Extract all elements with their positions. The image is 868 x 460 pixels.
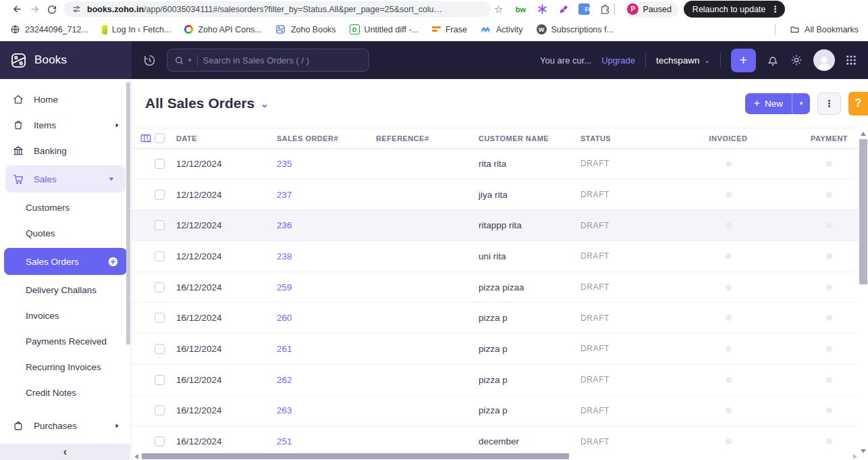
customize-columns-icon[interactable] xyxy=(137,132,155,145)
notifications-bell-icon[interactable] xyxy=(766,53,780,67)
item-puzzle-extensions[interactable] xyxy=(598,3,612,16)
item-fi-extension[interactable]: FI xyxy=(578,3,590,15)
sales-order-link[interactable]: 251 xyxy=(277,436,292,446)
row-checkbox[interactable] xyxy=(155,251,165,261)
address-bar[interactable]: books.zoho.in/app/60035034111#/salesorde… xyxy=(63,1,490,17)
sales-order-link[interactable]: 236 xyxy=(277,220,292,230)
horizontal-scroll-thumb[interactable] xyxy=(142,453,569,459)
row-checkbox[interactable] xyxy=(155,405,165,415)
sidebar-item-purchases[interactable]: Purchases xyxy=(0,413,131,438)
sales-order-link[interactable]: 263 xyxy=(277,405,292,415)
browser-menu-icon[interactable]: ⋮ xyxy=(771,4,780,14)
scroll-left-icon[interactable] xyxy=(134,454,138,459)
sidebar-item-sales[interactable]: Sales xyxy=(5,165,126,193)
table-row-6[interactable]: 16/12/2024 261 pizza p DRAFT xyxy=(132,334,859,365)
item-23244096-712[interactable]: 23244096_712... xyxy=(9,24,88,35)
horizontal-scrollbar[interactable] xyxy=(132,453,859,460)
item-untitled-diff[interactable]: DUntitled diff -... xyxy=(350,24,418,34)
sidebar-item-delivery-challans[interactable]: Delivery Challans xyxy=(0,277,131,303)
recent-history-icon[interactable] xyxy=(142,53,157,68)
scroll-down-icon[interactable] xyxy=(861,449,866,453)
sidebar-item-payments-received[interactable]: Payments Received xyxy=(0,328,131,354)
sales-order-link[interactable]: 235 xyxy=(277,159,292,169)
quick-create-button[interactable]: + xyxy=(731,49,756,72)
sidebar-scrollbar[interactable] xyxy=(126,82,130,344)
bookmark-star-icon[interactable]: ☆ xyxy=(494,3,503,16)
table-row-9[interactable]: 16/12/2024 251 december DRAFT xyxy=(132,426,859,453)
sales-order-link[interactable]: 262 xyxy=(277,375,292,385)
table-row-7[interactable]: 16/12/2024 262 pizza p DRAFT xyxy=(132,365,859,396)
more-options-button[interactable]: ⋮ xyxy=(817,93,841,115)
row-checkbox[interactable] xyxy=(155,220,165,230)
sales-order-link[interactable]: 237 xyxy=(277,190,292,200)
new-button-dropdown[interactable]: ▾ xyxy=(792,93,810,114)
column-header-payment[interactable]: PAYMENT xyxy=(746,134,859,143)
paused-extension-pill[interactable]: P Paused xyxy=(624,1,678,18)
sales-order-link[interactable]: 260 xyxy=(277,313,292,323)
row-checkbox[interactable] xyxy=(155,190,165,200)
sidebar-collapse-button[interactable]: ‹ xyxy=(0,444,130,460)
sales-order-link[interactable]: 238 xyxy=(277,251,292,261)
relaunch-to-update-button[interactable]: Relaunch to update ⋮ xyxy=(684,1,785,18)
item-frase[interactable]: Frase xyxy=(432,25,467,34)
apps-grid-icon[interactable] xyxy=(845,54,857,66)
column-header-date[interactable]: DATE xyxy=(176,134,277,143)
sidebar-item-banking[interactable]: Banking xyxy=(0,138,131,163)
column-header-status[interactable]: STATUS xyxy=(580,134,711,143)
column-header-invoiced[interactable]: INVOICED xyxy=(711,134,746,143)
sidebar-item-recurring-invoices[interactable]: Recurring Invoices xyxy=(0,354,131,380)
user-avatar[interactable] xyxy=(813,49,835,71)
scroll-up-icon[interactable] xyxy=(861,132,866,136)
settings-gear-icon[interactable] xyxy=(790,53,803,67)
column-header-reference[interactable]: REFERENCE# xyxy=(376,134,479,143)
zoho-books-logo[interactable]: Books xyxy=(0,41,132,79)
forward-icon[interactable] xyxy=(26,1,43,18)
item-subscriptions-f[interactable]: WSubscriptions f... xyxy=(537,24,614,34)
sidebar-item-home[interactable]: Home xyxy=(0,86,131,112)
org-switcher[interactable]: techspawn ⌄ xyxy=(656,55,710,66)
global-search[interactable]: ▾ xyxy=(167,49,369,72)
table-row-2[interactable]: 12/12/2024 236 ritappp rita DRAFT xyxy=(132,210,859,241)
back-icon[interactable] xyxy=(8,1,26,18)
item-bw-extension[interactable]: bw xyxy=(514,3,527,16)
sidebar-item-invoices[interactable]: Invoices xyxy=(0,303,131,328)
search-input[interactable] xyxy=(203,55,362,66)
column-header-sales-order[interactable]: SALES ORDER# xyxy=(277,134,376,143)
row-checkbox[interactable] xyxy=(155,344,165,354)
row-checkbox[interactable] xyxy=(155,375,165,385)
sidebar-item-quotes[interactable]: Quotes xyxy=(0,220,131,246)
sales-order-link[interactable]: 259 xyxy=(277,282,292,292)
row-checkbox[interactable] xyxy=(155,313,165,323)
select-all-checkbox[interactable] xyxy=(155,133,165,143)
sidebar-item-items[interactable]: Items xyxy=(0,112,131,138)
table-row-1[interactable]: 12/12/2024 237 jiya rita DRAFT xyxy=(132,180,859,211)
sales-order-link[interactable]: 261 xyxy=(277,344,292,354)
item-activity[interactable]: Activity xyxy=(481,24,523,35)
vertical-scroll-thumb[interactable] xyxy=(859,139,867,284)
upgrade-link[interactable]: Upgrade xyxy=(601,55,635,66)
row-checkbox[interactable] xyxy=(155,159,165,169)
table-row-0[interactable]: 12/12/2024 235 rita rita DRAFT xyxy=(132,149,859,180)
site-settings-icon[interactable] xyxy=(72,4,82,14)
vertical-scrollbar[interactable] xyxy=(859,128,868,460)
column-header-customer-name[interactable]: CUSTOMER NAME xyxy=(479,134,580,143)
table-row-4[interactable]: 16/12/2024 259 pizza pizaa DRAFT xyxy=(132,272,859,303)
all-bookmarks-button[interactable]: All Bookmarks xyxy=(789,24,859,35)
item-log-in-fetch[interactable]: Log In ‹ Fetch... xyxy=(102,25,171,34)
item-asterisk-extension[interactable] xyxy=(535,3,549,16)
row-checkbox[interactable] xyxy=(155,282,165,292)
reload-icon[interactable] xyxy=(43,1,61,18)
view-selector-caret-icon[interactable]: ⌄ xyxy=(260,97,269,110)
sidebar-item-sales-orders[interactable]: Sales Orders xyxy=(4,248,127,275)
item-zoho-books[interactable]: Zoho Books xyxy=(275,24,336,35)
table-row-3[interactable]: 12/12/2024 238 uni rita DRAFT xyxy=(132,241,859,272)
row-checkbox[interactable] xyxy=(155,436,165,446)
table-row-5[interactable]: 16/12/2024 260 pizza p DRAFT xyxy=(132,303,859,334)
item-zoho-api-cons[interactable]: Zoho API Cons... xyxy=(184,25,262,34)
sidebar-item-credit-notes[interactable]: Credit Notes xyxy=(0,380,131,405)
scroll-right-icon[interactable] xyxy=(853,454,857,459)
search-scope-caret-icon[interactable]: ▾ xyxy=(188,57,192,63)
sidebar-item-customers[interactable]: Customers xyxy=(0,195,131,220)
table-row-8[interactable]: 16/12/2024 263 pizza p DRAFT xyxy=(132,396,859,427)
new-sales-order-button[interactable]: +New ▾ xyxy=(745,93,810,114)
